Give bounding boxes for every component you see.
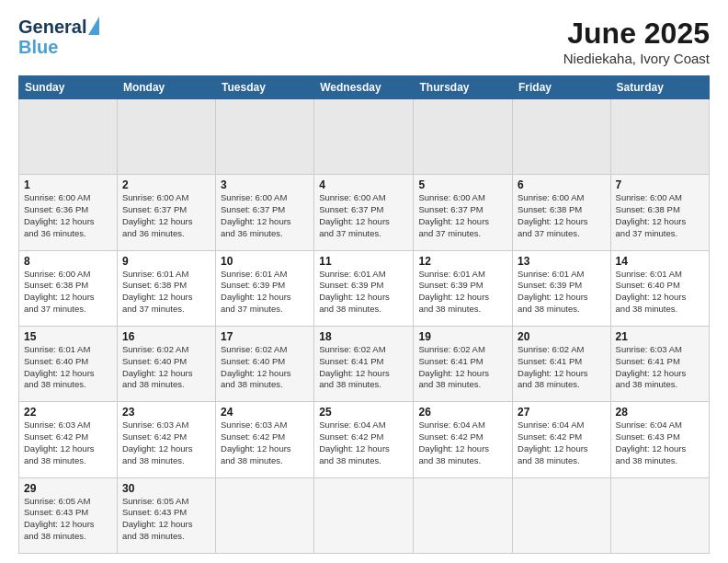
- header: General Blue June 2025 Niediekaha, Ivory…: [18, 17, 710, 66]
- day-number: 28: [616, 406, 704, 419]
- day-number: 30: [122, 482, 210, 495]
- calendar-header-row: Sunday Monday Tuesday Wednesday Thursday…: [19, 76, 710, 99]
- day-info: Sunrise: 6:04 AMSunset: 6:42 PMDaylight:…: [518, 419, 606, 466]
- day-number: 16: [122, 330, 210, 343]
- day-info: Sunrise: 6:01 AMSunset: 6:39 PMDaylight:…: [221, 269, 309, 316]
- calendar-week-1: 1Sunrise: 6:00 AMSunset: 6:36 PMDaylight…: [19, 175, 710, 250]
- col-sunday: Sunday: [19, 76, 118, 99]
- day-info: Sunrise: 6:01 AMSunset: 6:39 PMDaylight:…: [319, 269, 408, 316]
- table-row: 3Sunrise: 6:00 AMSunset: 6:37 PMDaylight…: [216, 175, 314, 250]
- day-info: Sunrise: 6:05 AMSunset: 6:43 PMDaylight:…: [122, 496, 210, 543]
- table-row: [414, 99, 513, 175]
- day-info: Sunrise: 6:04 AMSunset: 6:42 PMDaylight:…: [319, 419, 408, 466]
- table-row: 26Sunrise: 6:04 AMSunset: 6:42 PMDayligh…: [414, 402, 513, 477]
- col-thursday: Thursday: [414, 76, 513, 99]
- day-info: Sunrise: 6:00 AMSunset: 6:36 PMDaylight:…: [24, 192, 112, 239]
- table-row: 15Sunrise: 6:01 AMSunset: 6:40 PMDayligh…: [19, 326, 118, 401]
- table-row: 20Sunrise: 6:02 AMSunset: 6:41 PMDayligh…: [513, 326, 611, 401]
- day-number: 2: [122, 178, 210, 191]
- table-row: 13Sunrise: 6:01 AMSunset: 6:39 PMDayligh…: [513, 250, 611, 326]
- calendar-week-4: 22Sunrise: 6:03 AMSunset: 6:42 PMDayligh…: [19, 402, 710, 477]
- day-number: 15: [24, 330, 112, 343]
- table-row: 18Sunrise: 6:02 AMSunset: 6:41 PMDayligh…: [314, 326, 414, 401]
- day-number: 22: [24, 406, 112, 419]
- day-number: 25: [319, 406, 408, 419]
- day-number: 29: [24, 482, 112, 495]
- day-info: Sunrise: 6:02 AMSunset: 6:40 PMDaylight:…: [221, 344, 309, 391]
- col-saturday: Saturday: [610, 76, 709, 99]
- day-number: 11: [319, 255, 408, 268]
- day-info: Sunrise: 6:01 AMSunset: 6:39 PMDaylight:…: [418, 269, 507, 316]
- col-monday: Monday: [117, 76, 215, 99]
- table-row: 17Sunrise: 6:02 AMSunset: 6:40 PMDayligh…: [216, 326, 314, 401]
- day-info: Sunrise: 6:00 AMSunset: 6:37 PMDaylight:…: [122, 192, 210, 239]
- table-row: 1Sunrise: 6:00 AMSunset: 6:36 PMDaylight…: [19, 175, 118, 250]
- calendar-week-0: [19, 99, 710, 175]
- table-row: [314, 477, 414, 553]
- day-number: 6: [518, 178, 606, 191]
- day-number: 1: [24, 178, 112, 191]
- table-row: 11Sunrise: 6:01 AMSunset: 6:39 PMDayligh…: [314, 250, 414, 326]
- table-row: 9Sunrise: 6:01 AMSunset: 6:38 PMDaylight…: [117, 250, 215, 326]
- day-number: 17: [221, 330, 309, 343]
- table-row: 24Sunrise: 6:03 AMSunset: 6:42 PMDayligh…: [216, 402, 314, 477]
- day-number: 23: [122, 406, 210, 419]
- day-number: 9: [122, 255, 210, 268]
- day-number: 4: [319, 178, 408, 191]
- day-number: 14: [616, 255, 704, 268]
- day-number: 7: [616, 178, 704, 191]
- day-info: Sunrise: 6:01 AMSunset: 6:40 PMDaylight:…: [616, 269, 704, 316]
- logo: General Blue: [18, 17, 99, 56]
- table-row: 8Sunrise: 6:00 AMSunset: 6:38 PMDaylight…: [19, 250, 118, 326]
- table-row: 14Sunrise: 6:01 AMSunset: 6:40 PMDayligh…: [610, 250, 709, 326]
- table-row: [117, 99, 215, 175]
- table-row: [414, 477, 513, 553]
- day-info: Sunrise: 6:03 AMSunset: 6:42 PMDaylight:…: [24, 419, 112, 466]
- title-block: June 2025 Niediekaha, Ivory Coast: [563, 17, 710, 66]
- day-info: Sunrise: 6:00 AMSunset: 6:38 PMDaylight:…: [24, 269, 112, 316]
- table-row: [610, 477, 709, 553]
- logo-blue-text: Blue: [18, 38, 58, 56]
- table-row: [216, 477, 314, 553]
- table-row: [513, 99, 611, 175]
- table-row: 21Sunrise: 6:03 AMSunset: 6:41 PMDayligh…: [610, 326, 709, 401]
- calendar-table: Sunday Monday Tuesday Wednesday Thursday…: [18, 75, 710, 554]
- day-info: Sunrise: 6:00 AMSunset: 6:37 PMDaylight:…: [418, 192, 507, 239]
- day-info: Sunrise: 6:02 AMSunset: 6:41 PMDaylight:…: [418, 344, 507, 391]
- day-info: Sunrise: 6:05 AMSunset: 6:43 PMDaylight:…: [24, 496, 112, 543]
- day-info: Sunrise: 6:00 AMSunset: 6:38 PMDaylight:…: [616, 192, 704, 239]
- logo-general-text: General: [18, 17, 86, 38]
- table-row: 30Sunrise: 6:05 AMSunset: 6:43 PMDayligh…: [117, 477, 215, 553]
- day-info: Sunrise: 6:00 AMSunset: 6:37 PMDaylight:…: [221, 192, 309, 239]
- day-number: 24: [221, 406, 309, 419]
- page: General Blue June 2025 Niediekaha, Ivory…: [0, 0, 728, 563]
- col-tuesday: Tuesday: [216, 76, 314, 99]
- day-number: 13: [518, 255, 606, 268]
- day-number: 10: [221, 255, 309, 268]
- day-info: Sunrise: 6:01 AMSunset: 6:40 PMDaylight:…: [24, 344, 112, 391]
- day-info: Sunrise: 6:00 AMSunset: 6:38 PMDaylight:…: [518, 192, 606, 239]
- table-row: 25Sunrise: 6:04 AMSunset: 6:42 PMDayligh…: [314, 402, 414, 477]
- day-info: Sunrise: 6:03 AMSunset: 6:42 PMDaylight:…: [122, 419, 210, 466]
- table-row: [314, 99, 414, 175]
- day-info: Sunrise: 6:03 AMSunset: 6:42 PMDaylight:…: [221, 419, 309, 466]
- day-number: 19: [418, 330, 507, 343]
- table-row: [513, 477, 611, 553]
- table-row: 22Sunrise: 6:03 AMSunset: 6:42 PMDayligh…: [19, 402, 118, 477]
- table-row: 16Sunrise: 6:02 AMSunset: 6:40 PMDayligh…: [117, 326, 215, 401]
- table-row: 4Sunrise: 6:00 AMSunset: 6:37 PMDaylight…: [314, 175, 414, 250]
- table-row: 5Sunrise: 6:00 AMSunset: 6:37 PMDaylight…: [414, 175, 513, 250]
- day-info: Sunrise: 6:04 AMSunset: 6:42 PMDaylight:…: [418, 419, 507, 466]
- table-row: 27Sunrise: 6:04 AMSunset: 6:42 PMDayligh…: [513, 402, 611, 477]
- day-number: 8: [24, 255, 112, 268]
- table-row: 7Sunrise: 6:00 AMSunset: 6:38 PMDaylight…: [610, 175, 709, 250]
- table-row: 6Sunrise: 6:00 AMSunset: 6:38 PMDaylight…: [513, 175, 611, 250]
- table-row: [19, 99, 118, 175]
- day-info: Sunrise: 6:00 AMSunset: 6:37 PMDaylight:…: [319, 192, 408, 239]
- table-row: 29Sunrise: 6:05 AMSunset: 6:43 PMDayligh…: [19, 477, 118, 553]
- calendar-week-2: 8Sunrise: 6:00 AMSunset: 6:38 PMDaylight…: [19, 250, 710, 326]
- day-info: Sunrise: 6:04 AMSunset: 6:43 PMDaylight:…: [616, 419, 704, 466]
- day-info: Sunrise: 6:01 AMSunset: 6:39 PMDaylight:…: [518, 269, 606, 316]
- day-info: Sunrise: 6:02 AMSunset: 6:40 PMDaylight:…: [122, 344, 210, 391]
- day-number: 27: [518, 406, 606, 419]
